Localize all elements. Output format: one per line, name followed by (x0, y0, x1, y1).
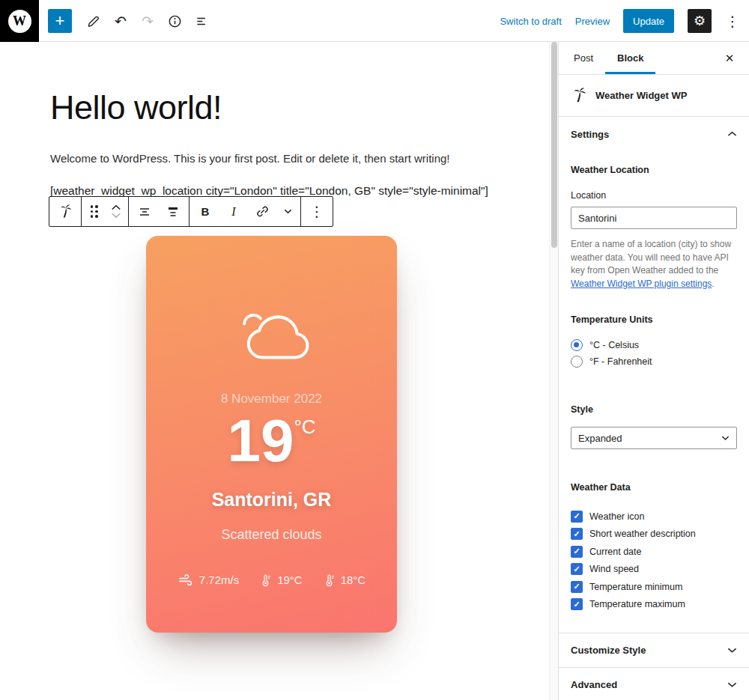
bold-button[interactable]: B (191, 197, 219, 226)
chevron-down-icon (721, 436, 730, 440)
list-view-button[interactable] (189, 7, 214, 34)
style-select-value: Expanded (578, 433, 622, 444)
post-title[interactable]: Hello world! (50, 88, 222, 127)
settings-panel-title: Settings (571, 129, 609, 140)
widget-description: Scattered clouds (221, 527, 321, 543)
checkbox-wind-speed[interactable]: ✓ Wind speed (571, 561, 737, 579)
post-paragraph[interactable]: Welcome to WordPress. This is your first… (50, 152, 530, 165)
editor-scrollbar[interactable] (549, 42, 558, 700)
gear-icon: ⚙ (694, 13, 706, 29)
switch-to-draft-link[interactable]: Switch to draft (500, 16, 561, 27)
radio-icon (571, 339, 583, 351)
checkbox-current-date[interactable]: ✓ Current date (571, 543, 737, 561)
settings-toggle-button[interactable]: ⚙ (688, 9, 712, 33)
selected-block-card: Weather Widget WP (559, 75, 749, 117)
move-down-icon (111, 213, 121, 219)
widget-location: Santorini, GR (212, 489, 332, 511)
settings-panel-header[interactable]: Settings (559, 117, 749, 151)
widget-date: 8 November 2022 (221, 392, 322, 407)
editor-top-bar: W + ↶ ↷ Switch to draft Preview Update ⚙… (0, 0, 749, 42)
location-input[interactable] (571, 207, 737, 229)
block-name: Weather Widget WP (595, 90, 687, 101)
tools-button[interactable] (81, 7, 106, 34)
tab-post[interactable]: Post (562, 42, 605, 74)
link-button[interactable] (248, 197, 276, 226)
checkbox-label: Wind speed (589, 564, 639, 574)
checkbox-icon: ✓ (571, 581, 583, 593)
formatting-group: B I (189, 197, 301, 226)
more-formatting-button[interactable] (276, 197, 299, 226)
checkbox-short-description[interactable]: ✓ Short weather description (571, 526, 737, 544)
vertical-align-top-icon (166, 204, 181, 219)
weather-location-title: Weather Location (571, 165, 737, 175)
wind-icon (178, 571, 195, 588)
checkbox-temp-max[interactable]: ✓ Temperature maximum (571, 596, 737, 614)
checkbox-label: Current date (589, 547, 641, 557)
advanced-title: Advanced (571, 679, 617, 690)
options-menu-button[interactable]: ⋮ (725, 13, 740, 30)
thermometer-max-icon (322, 573, 336, 587)
thermometer-min-icon (258, 573, 273, 587)
sidebar-tabs: Post Block ✕ (559, 42, 749, 75)
editor-canvas: Hello world! Welcome to WordPress. This … (0, 42, 549, 700)
weather-widget-card[interactable]: 8 November 2022 19 °C Santorini, GR Scat… (146, 236, 397, 633)
palm-tree-icon (571, 87, 588, 104)
close-sidebar-button[interactable]: ✕ (716, 42, 743, 75)
checkbox-icon: ✓ (571, 598, 583, 610)
checkbox-weather-icon[interactable]: ✓ Weather icon (571, 508, 737, 526)
chevron-down-icon (727, 648, 737, 653)
checkbox-label: Temperature maximum (589, 599, 685, 609)
wordpress-logo-icon: W (8, 10, 31, 33)
plugin-settings-link[interactable]: Weather Widget WP plugin settings (571, 279, 712, 289)
align-button[interactable] (130, 197, 159, 226)
location-help-text: Enter a name of a location (city) to sho… (571, 238, 737, 290)
weather-data-group: ✓ Weather icon ✓ Short weather descripti… (571, 508, 737, 613)
align-center-icon (137, 204, 152, 219)
vertical-align-button[interactable] (159, 197, 187, 226)
bold-icon: B (201, 205, 210, 218)
style-select[interactable]: Expanded (571, 427, 737, 449)
wordpress-logo-button[interactable]: W (0, 0, 39, 42)
link-icon (255, 204, 270, 219)
drag-handle[interactable] (83, 197, 106, 226)
wind-speed-stat: 7.72m/s (178, 571, 239, 588)
tab-block[interactable]: Block (605, 42, 655, 74)
close-icon: ✕ (725, 52, 735, 65)
block-type-group (49, 197, 82, 226)
undo-icon: ↶ (115, 13, 127, 30)
move-up-icon (111, 204, 121, 210)
block-mover[interactable] (106, 204, 127, 219)
scrollbar-thumb[interactable] (551, 42, 557, 248)
chevron-up-icon (727, 131, 737, 136)
radio-celsius[interactable]: °C - Celsius (571, 337, 737, 353)
checkbox-temp-min[interactable]: ✓ Temperature minimum (571, 578, 737, 596)
toolbar-right-group: Switch to draft Preview Update ⚙ ⋮ (500, 0, 740, 42)
temperature-unit: °C (294, 416, 315, 439)
add-block-button[interactable]: + (48, 9, 72, 33)
pencil-icon (86, 13, 101, 28)
advanced-panel-header[interactable]: Advanced (559, 667, 749, 700)
wind-speed-value: 7.72m/s (199, 573, 239, 586)
weather-block-type-button[interactable] (51, 197, 79, 226)
block-mover-group (82, 197, 129, 226)
customize-style-panel-header[interactable]: Customize Style (559, 633, 749, 667)
update-button[interactable]: Update (623, 9, 674, 33)
checkbox-icon: ✓ (571, 528, 583, 540)
block-options-group: ⋮ (301, 197, 333, 226)
radio-fahrenheit[interactable]: °F - Fahrenheit (571, 353, 737, 370)
chevron-down-icon (284, 209, 292, 213)
redo-icon: ↷ (142, 13, 154, 30)
block-options-button[interactable]: ⋮ (303, 197, 331, 226)
preview-link[interactable]: Preview (575, 16, 610, 27)
plus-icon: + (55, 13, 65, 29)
details-button[interactable] (162, 7, 187, 34)
italic-button[interactable]: I (219, 197, 248, 226)
temperature-value: 19 (227, 413, 294, 469)
checkbox-icon: ✓ (571, 511, 583, 523)
redo-button[interactable]: ↷ (135, 7, 160, 34)
block-toolbar: B I ⋮ (49, 196, 333, 227)
checkbox-label: Short weather description (589, 529, 696, 539)
settings-panel-body: Weather Location Location Enter a name o… (559, 151, 749, 633)
undo-button[interactable]: ↶ (108, 7, 133, 34)
palm-tree-icon (58, 204, 73, 219)
